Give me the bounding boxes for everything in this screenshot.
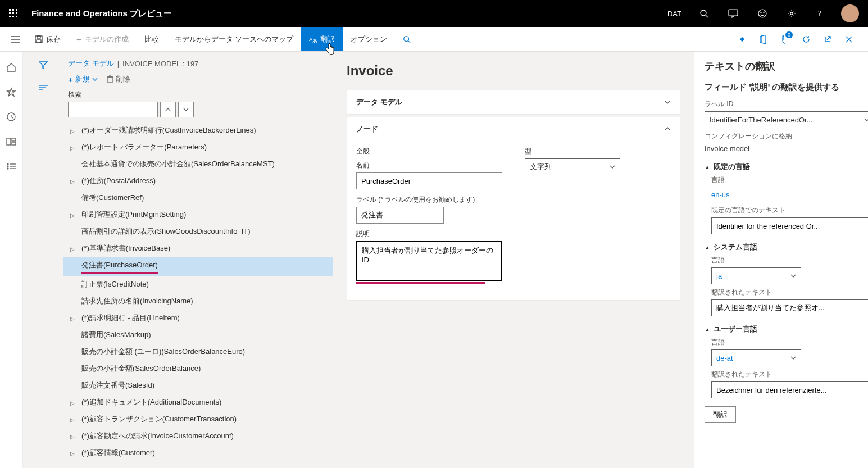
compare-button[interactable]: 比較 <box>137 27 167 51</box>
tree-item[interactable]: ▷(*)住所(PostalAddress) <box>63 172 333 189</box>
svg-rect-35 <box>12 138 16 141</box>
default-lang-value[interactable]: en-us <box>711 187 730 202</box>
tree-item-label: (*)顧客情報(Customer) <box>81 448 155 457</box>
tree-item[interactable]: ▷(*)レポート パラメーター(Parameters) <box>63 139 333 156</box>
svg-rect-5 <box>16 12 17 14</box>
map-ds-label: モデルからデータ ソースへのマップ <box>175 34 294 44</box>
company-picker[interactable]: DAT <box>661 10 688 18</box>
gear-icon[interactable] <box>778 0 805 27</box>
workspace-icon[interactable] <box>0 130 22 153</box>
chevron-right-icon[interactable]: ▷ <box>70 414 78 426</box>
chat-icon[interactable] <box>720 0 747 27</box>
home-icon[interactable] <box>0 56 22 79</box>
diamond-icon[interactable] <box>732 29 752 49</box>
chevron-right-icon[interactable]: ▷ <box>70 448 78 460</box>
tree-item[interactable]: ▷(*)顧客勘定への請求(InvoiceCustomerAccount) <box>63 428 333 444</box>
label-field[interactable] <box>356 207 444 224</box>
map-datasource-button[interactable]: モデルからデータ ソースへのマップ <box>167 27 302 51</box>
type-select[interactable]: 文字列 <box>525 158 620 175</box>
tree-item[interactable]: ▷(*)追加ドキュメント(AdditionalDocuments) <box>63 394 333 411</box>
tree-item[interactable]: 商品割引の詳細の表示(ShowGoodsDiscountInfo_IT) <box>63 223 333 240</box>
svg-rect-11 <box>729 10 738 16</box>
app-launcher-icon[interactable] <box>4 9 22 18</box>
svg-line-29 <box>760 42 761 43</box>
chevron-right-icon[interactable]: ▷ <box>70 176 78 188</box>
save-button[interactable]: 保存 <box>27 27 69 51</box>
user-lang-select[interactable]: de-at <box>711 349 801 366</box>
delete-button[interactable]: 削除 <box>107 74 130 84</box>
clock-icon[interactable] <box>0 106 22 128</box>
system-lang-section[interactable]: ▲システム言語 <box>705 242 868 252</box>
card-datamodel-header[interactable]: データ モデル <box>347 90 680 114</box>
breadcrumb: データ モデル | INVOICE MODEL : 197 <box>63 56 333 71</box>
description-field[interactable]: 購入担当者が割り当てた参照オーダーの ID <box>356 241 502 281</box>
translate-button[interactable]: Aあ 翻訳 <box>301 27 343 51</box>
tree-item[interactable]: ▷印刷管理設定(PrintMgmtSetting) <box>63 206 333 223</box>
card-node: ノード 全般 名前 ラベル (* ラベルの使用をお勧めします) <box>347 117 680 301</box>
breadcrumb-root[interactable]: データ モデル <box>68 58 114 69</box>
chevron-right-icon[interactable]: ▷ <box>70 125 78 138</box>
option-button[interactable]: オプション <box>343 27 395 51</box>
create-model-button[interactable]: + モデルの作成 <box>69 27 137 51</box>
tree-item[interactable]: 諸費用(SalesMarkup) <box>63 326 333 343</box>
default-text-field[interactable] <box>711 217 868 234</box>
lang-label-1: 言語 <box>711 175 868 185</box>
default-lang-section[interactable]: ▲既定の言語 <box>705 162 868 172</box>
search-label: 検索 <box>68 90 329 99</box>
system-lang-select[interactable]: ja <box>711 267 801 284</box>
search-input[interactable] <box>68 102 158 117</box>
chevron-right-icon[interactable]: ▷ <box>70 142 78 155</box>
tree-item-label: (*)レポート パラメーター(Parameters) <box>81 143 207 151</box>
search-up-button[interactable] <box>160 102 176 117</box>
lines-icon[interactable] <box>32 79 54 97</box>
tree-item[interactable]: ▷(*)請求明細行 - 品目(LineItem) <box>63 310 333 326</box>
chevron-right-icon[interactable]: ▷ <box>70 313 78 325</box>
labelid-select[interactable]: IdentifierForTheReferencedOr... <box>705 111 868 128</box>
system-translated-field[interactable] <box>711 299 868 316</box>
tree-item[interactable]: 発注書(PurchaseOrder) <box>63 257 333 276</box>
office-icon[interactable] <box>753 29 774 49</box>
command-search-icon[interactable] <box>395 27 419 51</box>
tree-item[interactable]: 販売の小計金額 (ユーロ)(SalesOrderBalanceEuro) <box>63 343 333 360</box>
module-icon[interactable] <box>0 155 22 178</box>
system-lang-value: ja <box>716 272 722 280</box>
help-icon[interactable]: ? <box>807 0 834 27</box>
search-down-button[interactable] <box>178 102 194 117</box>
new-button[interactable]: + 新規 <box>68 74 98 84</box>
nav-toggle-icon[interactable] <box>4 27 27 51</box>
close-icon[interactable] <box>839 29 859 49</box>
svg-point-13 <box>761 12 761 12</box>
chevron-right-icon[interactable]: ▷ <box>70 210 78 222</box>
attach-icon[interactable]: 0 <box>775 29 795 49</box>
smile-icon[interactable] <box>749 0 776 27</box>
tree-item[interactable]: ▷(*)オーダー残請求明細行(CustInvoiceBackorderLines… <box>63 122 333 139</box>
tree-item[interactable]: ▷(*)顧客情報(Customer) <box>63 444 333 461</box>
refresh-icon[interactable] <box>796 29 816 49</box>
detail-panel: Invoice データ モデル ノード 全般 名前 <box>333 52 694 468</box>
popout-icon[interactable] <box>817 29 838 49</box>
chevron-right-icon[interactable]: ▷ <box>70 397 78 410</box>
tree-item[interactable]: 訂正票(IsCreditNote) <box>63 276 333 293</box>
tree-item[interactable]: 販売注文番号(SalesId) <box>63 377 333 394</box>
translated-label-1: 翻訳されたテキスト <box>711 288 868 297</box>
tree-item[interactable]: 販売の小計金額(SalesOrderBalance) <box>63 360 333 377</box>
tree-item[interactable]: 備考(CustomerRef) <box>63 189 333 206</box>
avatar[interactable] <box>841 4 859 22</box>
translate-action-button[interactable]: 翻訳 <box>705 406 736 423</box>
star-icon[interactable] <box>0 81 22 103</box>
tree-item[interactable]: 請求先住所の名前(InvoicingName) <box>63 293 333 310</box>
card-node-header[interactable]: ノード <box>347 117 680 141</box>
chevron-right-icon[interactable]: ▷ <box>70 431 78 443</box>
user-lang-section[interactable]: ▲ユーザー言語 <box>705 324 868 334</box>
tree-item[interactable]: 会社基本通貨での販売の小計金額(SalesOrderBalanceMST) <box>63 156 333 172</box>
command-bar: 保存 + モデルの作成 比較 モデルからデータ ソースへのマップ Aあ 翻訳 オ… <box>0 27 868 52</box>
filter-icon[interactable] <box>32 56 54 74</box>
search-icon[interactable] <box>690 0 717 27</box>
card-node-title: ノード <box>356 124 378 134</box>
tree-item[interactable]: ▷(*)基準請求書(InvoiceBase) <box>63 240 333 257</box>
tree-item[interactable]: ▷(*)顧客トランザクション(CustomerTransaction) <box>63 411 333 428</box>
chevron-right-icon[interactable]: ▷ <box>70 243 78 256</box>
svg-rect-0 <box>9 9 11 11</box>
name-field[interactable] <box>356 172 502 189</box>
user-translated-field[interactable] <box>711 381 868 398</box>
